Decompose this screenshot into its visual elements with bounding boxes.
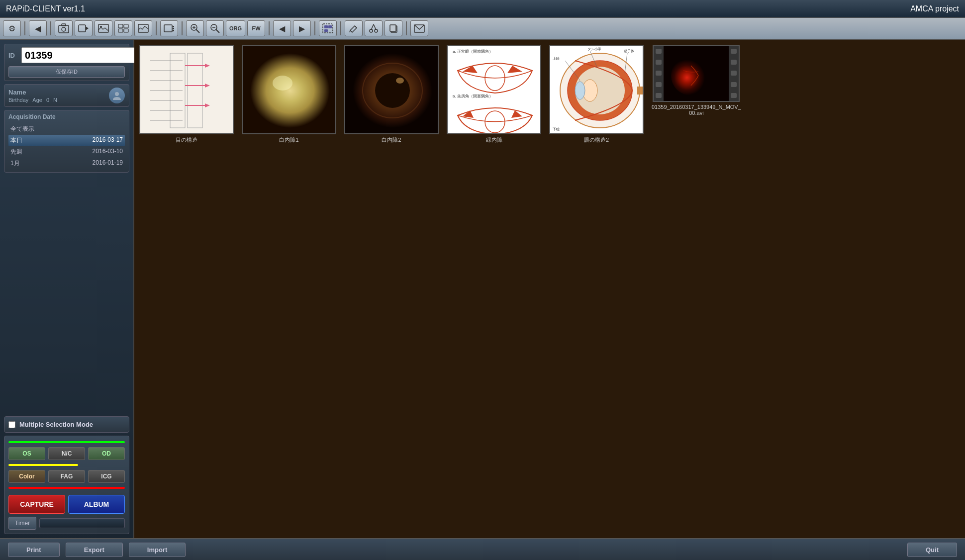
org-btn[interactable]: ORG [226,20,245,36]
quit-btn[interactable]: Quit [907,543,957,557]
toolbar: ⚙ ◀ ORG FW ◀ ▶ [0,18,965,40]
svg-line-31 [371,24,374,30]
film-hole [656,82,662,87]
capture-icon-btn[interactable] [55,20,73,36]
svg-point-1 [62,27,66,31]
app-title: RAPiD-CLIENT ver1.1 [6,4,85,13]
date-row-jan[interactable]: 1月 2016-01-19 [8,158,125,169]
id-section: ID 仮保存ID [4,44,129,81]
date-row-all[interactable]: 全て表示 [8,123,125,135]
svg-point-38 [115,92,119,96]
svg-rect-39 [140,46,234,134]
film-hole [656,71,662,76]
svg-line-27 [355,26,357,28]
fw-btn[interactable]: FW [247,20,265,36]
select-all-btn[interactable] [319,20,337,36]
multi-select-checkbox[interactable] [8,421,15,428]
caption-4: 緑内障 [486,136,502,144]
os-progress [8,441,125,443]
date-label-lastweek: 先週 [10,148,22,156]
settings-btn[interactable]: ⚙ [3,20,21,36]
video2-btn[interactable] [160,20,178,36]
thumb-video [653,45,740,102]
video-content [664,46,729,101]
bottom-right: Quit [907,543,957,557]
svg-rect-24 [324,25,328,28]
svg-text:a. 正常眼（開放隅角）: a. 正常眼（開放隅角） [453,49,493,54]
od-btn[interactable]: OD [88,447,125,460]
svg-rect-34 [390,25,396,31]
caption-2: 白内障1 [279,136,298,144]
toolbar-sep-6 [314,21,315,35]
date-value-today: 2016-03-17 [93,136,123,145]
album-btn[interactable]: ALBUM [68,495,125,514]
eye-btn-row: OS N/C OD [8,447,125,460]
svg-line-17 [196,29,199,33]
color-btn-row: Color FAG ICG [8,470,125,483]
copy-btn[interactable] [385,20,402,36]
temp-id-btn[interactable]: 仮保存ID [8,66,125,78]
multi-select-section: Multiple Selection Mode [4,416,129,433]
back-btn[interactable]: ◀ [29,20,47,36]
image-single-btn[interactable] [95,20,112,36]
birthday-label: Birthday [8,97,28,103]
nc-btn[interactable]: N/C [48,447,85,460]
svg-point-6 [100,26,102,28]
icg-btn[interactable]: ICG [88,470,125,483]
video-btn[interactable] [75,20,93,36]
os-btn[interactable]: OS [8,447,45,460]
gallery-item-3[interactable]: 白内障2 [344,45,439,144]
svg-rect-63 [448,46,541,134]
right-panel: 目の構造 [134,40,965,538]
toolbar-sep-5 [269,21,270,35]
capture-btn[interactable]: CAPTURE [8,495,65,514]
gallery-item-5[interactable]: 上瞼 タン小帯 硝子体 下瞼 眼の構造2 [549,45,644,144]
cut-btn[interactable] [365,20,383,36]
color-btn[interactable]: Color [8,470,45,483]
date-row-today[interactable]: 本日 2016-03-17 [8,135,125,146]
landscape-btn[interactable] [134,20,152,36]
svg-point-83 [671,56,711,95]
export-btn[interactable]: Export [66,543,123,557]
birthday-row: Birthday Age 0 N [8,97,57,103]
gallery-item-4[interactable]: a. 正常眼（開放隅角） b. 先房角（閉塞隅角） [447,45,541,144]
gallery-item-2[interactable]: 白内障1 [242,45,336,144]
svg-rect-7 [118,24,123,28]
email-btn[interactable] [410,20,428,36]
prev-btn[interactable]: ◀ [273,20,291,36]
caption-video: 01359_20160317_133949_N_MOV_00.avi [652,104,741,116]
timer-btn[interactable]: Timer [8,517,36,530]
date-row-lastweek[interactable]: 先週 2016-03-10 [8,146,125,158]
print-btn[interactable]: Print [8,543,60,557]
svg-rect-13 [173,26,174,27]
film-hole [731,82,737,87]
date-label-jan: 1月 [10,159,20,168]
next-btn[interactable]: ▶ [293,20,311,36]
thumb-eye-anatomy [139,45,234,134]
svg-rect-74 [637,87,644,94]
date-label-all: 全て表示 [10,125,34,133]
image-multi-btn[interactable] [114,20,132,36]
fag-btn[interactable]: FAG [48,470,85,483]
toolbar-sep-4 [182,21,183,35]
svg-text:上瞼: 上瞼 [553,57,560,61]
gallery-item-1[interactable]: 目の構造 [139,45,234,144]
thumb-cataract1 [242,45,336,134]
left-panel: ID 仮保存ID Name Birthday Age 0 N [0,40,134,538]
date-value-lastweek: 2016-03-10 [93,148,123,156]
zoom-out-btn[interactable] [206,20,224,36]
film-strip-left [654,46,664,101]
gallery-item-video[interactable]: 01359_20160317_133949_N_MOV_00.avi [652,45,741,144]
acquisition-date-title: Acquisition Date [8,113,125,120]
id-label: ID [8,52,18,59]
caption-3: 白内障2 [382,136,401,144]
multi-select-label[interactable]: Multiple Selection Mode [19,421,93,428]
film-strip-right [729,46,739,101]
n-label: N [53,97,57,103]
timer-row: Timer [8,517,125,530]
zoom-in-btn[interactable] [186,20,204,36]
edit-btn[interactable] [345,20,363,36]
svg-rect-3 [79,25,86,32]
svg-rect-8 [124,24,128,28]
import-btn[interactable]: Import [129,543,186,557]
